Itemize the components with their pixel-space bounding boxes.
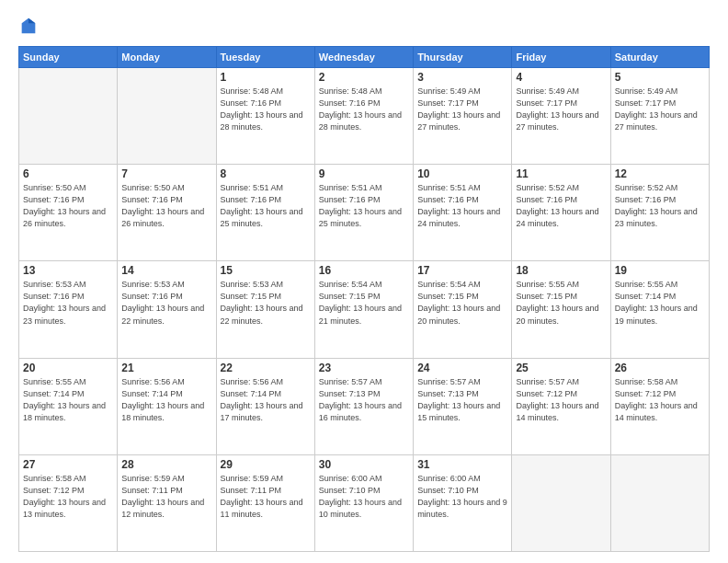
day-info: Sunrise: 5:54 AM Sunset: 7:15 PM Dayligh… (319, 279, 409, 327)
day-number: 15 (221, 264, 311, 277)
calendar-cell: 26Sunrise: 5:58 AM Sunset: 7:12 PM Dayli… (610, 358, 709, 454)
calendar-cell: 4Sunrise: 5:49 AM Sunset: 7:17 PM Daylig… (512, 68, 610, 165)
day-info: Sunrise: 5:58 AM Sunset: 7:12 PM Dayligh… (23, 473, 113, 521)
weekday-header-sunday: Sunday (19, 47, 118, 68)
day-number: 12 (615, 167, 705, 180)
day-number: 9 (319, 167, 409, 180)
day-info: Sunrise: 5:53 AM Sunset: 7:15 PM Dayligh… (221, 279, 311, 327)
day-info: Sunrise: 5:56 AM Sunset: 7:14 PM Dayligh… (221, 376, 311, 424)
header (18, 17, 710, 37)
calendar-cell: 8Sunrise: 5:51 AM Sunset: 7:16 PM Daylig… (216, 165, 314, 261)
calendar-cell: 17Sunrise: 5:54 AM Sunset: 7:15 PM Dayli… (414, 261, 512, 358)
calendar-cell: 18Sunrise: 5:55 AM Sunset: 7:15 PM Dayli… (512, 261, 610, 358)
day-number: 30 (319, 458, 409, 471)
day-info: Sunrise: 5:53 AM Sunset: 7:16 PM Dayligh… (23, 279, 113, 327)
day-info: Sunrise: 5:57 AM Sunset: 7:13 PM Dayligh… (319, 376, 409, 424)
calendar-cell: 27Sunrise: 5:58 AM Sunset: 7:12 PM Dayli… (19, 454, 118, 551)
day-info: Sunrise: 5:59 AM Sunset: 7:11 PM Dayligh… (121, 473, 211, 521)
calendar-cell: 20Sunrise: 5:55 AM Sunset: 7:14 PM Dayli… (19, 358, 118, 454)
day-number: 5 (615, 71, 705, 84)
calendar-cell: 9Sunrise: 5:51 AM Sunset: 7:16 PM Daylig… (314, 165, 413, 261)
day-number: 8 (221, 167, 311, 180)
calendar-cell (118, 68, 216, 165)
page: SundayMondayTuesdayWednesdayThursdayFrid… (0, 0, 728, 563)
day-number: 18 (516, 264, 606, 277)
calendar-cell: 25Sunrise: 5:57 AM Sunset: 7:12 PM Dayli… (512, 358, 610, 454)
weekday-header-thursday: Thursday (414, 47, 512, 68)
week-row-4: 20Sunrise: 5:55 AM Sunset: 7:14 PM Dayli… (19, 358, 710, 454)
weekday-header-row: SundayMondayTuesdayWednesdayThursdayFrid… (19, 47, 710, 68)
day-number: 25 (516, 362, 606, 374)
day-info: Sunrise: 5:55 AM Sunset: 7:15 PM Dayligh… (516, 279, 606, 327)
day-info: Sunrise: 5:57 AM Sunset: 7:13 PM Dayligh… (417, 376, 507, 424)
day-number: 7 (121, 167, 211, 180)
day-number: 24 (417, 362, 507, 374)
calendar-cell: 24Sunrise: 5:57 AM Sunset: 7:13 PM Dayli… (414, 358, 512, 454)
calendar-cell: 12Sunrise: 5:52 AM Sunset: 7:16 PM Dayli… (610, 165, 709, 261)
day-number: 28 (121, 458, 211, 471)
calendar-cell: 19Sunrise: 5:55 AM Sunset: 7:14 PM Dayli… (610, 261, 709, 358)
weekday-header-friday: Friday (512, 47, 610, 68)
day-info: Sunrise: 5:59 AM Sunset: 7:11 PM Dayligh… (221, 473, 311, 521)
calendar-cell: 6Sunrise: 5:50 AM Sunset: 7:16 PM Daylig… (19, 165, 118, 261)
day-info: Sunrise: 5:55 AM Sunset: 7:14 PM Dayligh… (615, 279, 705, 327)
day-info: Sunrise: 5:52 AM Sunset: 7:16 PM Dayligh… (615, 182, 705, 230)
day-number: 17 (417, 264, 507, 277)
day-info: Sunrise: 6:00 AM Sunset: 7:10 PM Dayligh… (417, 473, 507, 521)
day-number: 10 (417, 167, 507, 180)
day-info: Sunrise: 5:50 AM Sunset: 7:16 PM Dayligh… (23, 182, 113, 230)
day-number: 3 (417, 71, 507, 84)
day-info: Sunrise: 5:51 AM Sunset: 7:16 PM Dayligh… (319, 182, 409, 230)
calendar-cell: 30Sunrise: 6:00 AM Sunset: 7:10 PM Dayli… (314, 454, 413, 551)
day-info: Sunrise: 5:55 AM Sunset: 7:14 PM Dayligh… (23, 376, 113, 424)
calendar-cell: 1Sunrise: 5:48 AM Sunset: 7:16 PM Daylig… (216, 68, 314, 165)
day-info: Sunrise: 5:50 AM Sunset: 7:16 PM Dayligh… (121, 182, 211, 230)
day-number: 23 (319, 362, 409, 374)
day-number: 1 (221, 71, 311, 84)
weekday-header-monday: Monday (118, 47, 216, 68)
calendar-cell: 10Sunrise: 5:51 AM Sunset: 7:16 PM Dayli… (414, 165, 512, 261)
day-info: Sunrise: 5:49 AM Sunset: 7:17 PM Dayligh… (417, 86, 507, 133)
day-info: Sunrise: 5:51 AM Sunset: 7:16 PM Dayligh… (417, 182, 507, 230)
calendar-table: SundayMondayTuesdayWednesdayThursdayFrid… (18, 46, 710, 552)
day-number: 19 (615, 264, 705, 277)
day-number: 26 (615, 362, 705, 374)
day-info: Sunrise: 5:57 AM Sunset: 7:12 PM Dayligh… (516, 376, 606, 424)
calendar-cell: 15Sunrise: 5:53 AM Sunset: 7:15 PM Dayli… (216, 261, 314, 358)
week-row-1: 1Sunrise: 5:48 AM Sunset: 7:16 PM Daylig… (19, 68, 710, 165)
calendar-cell: 21Sunrise: 5:56 AM Sunset: 7:14 PM Dayli… (118, 358, 216, 454)
day-info: Sunrise: 5:58 AM Sunset: 7:12 PM Dayligh… (615, 376, 705, 424)
day-info: Sunrise: 5:52 AM Sunset: 7:16 PM Dayligh… (516, 182, 606, 230)
day-number: 27 (23, 458, 113, 471)
calendar-cell (512, 454, 610, 551)
calendar-cell (610, 454, 709, 551)
calendar-cell: 5Sunrise: 5:49 AM Sunset: 7:17 PM Daylig… (610, 68, 709, 165)
day-info: Sunrise: 5:49 AM Sunset: 7:17 PM Dayligh… (615, 86, 705, 133)
day-number: 16 (319, 264, 409, 277)
day-number: 4 (516, 71, 606, 84)
week-row-3: 13Sunrise: 5:53 AM Sunset: 7:16 PM Dayli… (19, 261, 710, 358)
calendar-cell: 3Sunrise: 5:49 AM Sunset: 7:17 PM Daylig… (414, 68, 512, 165)
week-row-2: 6Sunrise: 5:50 AM Sunset: 7:16 PM Daylig… (19, 165, 710, 261)
day-number: 14 (121, 264, 211, 277)
day-info: Sunrise: 5:56 AM Sunset: 7:14 PM Dayligh… (121, 376, 211, 424)
weekday-header-saturday: Saturday (610, 47, 709, 68)
day-number: 20 (23, 362, 113, 374)
day-number: 6 (23, 167, 113, 180)
calendar-cell: 7Sunrise: 5:50 AM Sunset: 7:16 PM Daylig… (118, 165, 216, 261)
calendar-cell: 22Sunrise: 5:56 AM Sunset: 7:14 PM Dayli… (216, 358, 314, 454)
day-number: 21 (121, 362, 211, 374)
day-number: 11 (516, 167, 606, 180)
calendar-cell: 29Sunrise: 5:59 AM Sunset: 7:11 PM Dayli… (216, 454, 314, 551)
day-info: Sunrise: 5:51 AM Sunset: 7:16 PM Dayligh… (221, 182, 311, 230)
calendar-cell: 13Sunrise: 5:53 AM Sunset: 7:16 PM Dayli… (19, 261, 118, 358)
day-info: Sunrise: 5:49 AM Sunset: 7:17 PM Dayligh… (516, 86, 606, 133)
day-number: 2 (319, 71, 409, 84)
calendar-cell: 23Sunrise: 5:57 AM Sunset: 7:13 PM Dayli… (314, 358, 413, 454)
day-number: 22 (221, 362, 311, 374)
calendar-cell: 28Sunrise: 5:59 AM Sunset: 7:11 PM Dayli… (118, 454, 216, 551)
day-info: Sunrise: 5:48 AM Sunset: 7:16 PM Dayligh… (221, 86, 311, 133)
calendar-cell: 14Sunrise: 5:53 AM Sunset: 7:16 PM Dayli… (118, 261, 216, 358)
svg-marker-1 (28, 18, 35, 24)
calendar-cell (19, 68, 118, 165)
